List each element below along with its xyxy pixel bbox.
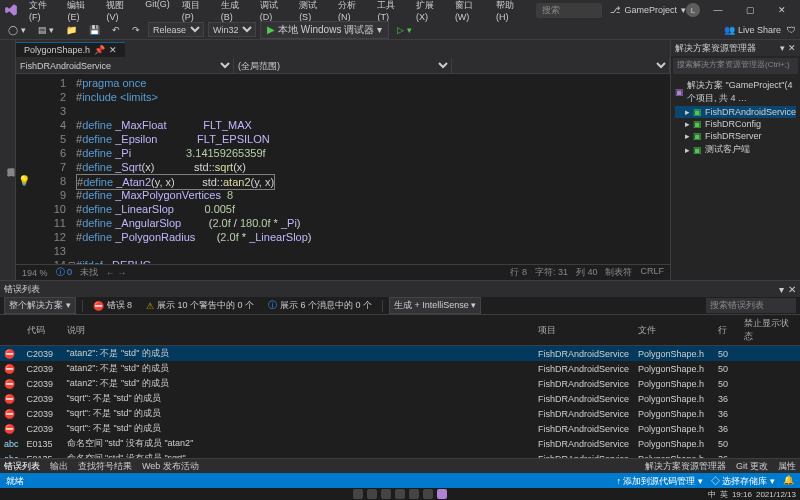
nav-member-dropdown[interactable]: [452, 58, 670, 73]
project-selector[interactable]: ⎇ GameProject ▾: [610, 5, 686, 15]
editor-tab-active[interactable]: PolygonShape.h 📌 ✕: [16, 42, 125, 57]
repo-selector-button[interactable]: ◇ 选择存储库 ▾: [711, 475, 775, 488]
user-avatar[interactable]: L: [686, 3, 700, 17]
notifications-icon[interactable]: 🔔: [783, 475, 794, 488]
bottom-tab[interactable]: Web 发布活动: [142, 460, 199, 473]
warnings-filter[interactable]: ⚠展示 10 个警告中的 0 个: [142, 298, 258, 313]
project-node[interactable]: ▸ ▣ FishDRServer: [675, 130, 796, 142]
main-area: 服务器资源管理器 PolygonShape.h 📌 ✕ FishDRAndroi…: [0, 40, 800, 280]
minimize-button[interactable]: ―: [704, 0, 732, 20]
ime-mode-icon[interactable]: 英: [720, 489, 728, 500]
editor-tabs: PolygonShape.h 📌 ✕: [16, 40, 670, 58]
solution-root[interactable]: ▣解决方案 "GameProject"(4 个项目, 共 4 …: [675, 78, 796, 106]
menu-item[interactable]: 视图(V): [101, 0, 138, 24]
status-ready: 就绪: [6, 475, 24, 488]
task-icon[interactable]: [437, 489, 447, 499]
close-button[interactable]: ✕: [768, 0, 796, 20]
liveshare-button[interactable]: 👥 Live Share: [724, 25, 781, 35]
menu-item[interactable]: 帮助(H): [491, 0, 528, 24]
menu-item[interactable]: 扩展(X): [411, 0, 448, 24]
zoom-level[interactable]: 194 %: [22, 268, 48, 278]
redo-button[interactable]: ↷: [128, 24, 144, 36]
warning-icon: ⚠: [146, 301, 154, 311]
panel-menu-icon[interactable]: ▾: [779, 284, 784, 295]
nav-scope-dropdown[interactable]: (全局范围): [234, 58, 452, 73]
task-icon[interactable]: [409, 489, 419, 499]
save-button[interactable]: 💾: [85, 24, 104, 36]
project-node[interactable]: ▸ ▣ 测试客户端: [675, 142, 796, 157]
errors-filter[interactable]: ⛔错误 8: [89, 298, 137, 313]
error-row[interactable]: ⛔C2039"sqrt": 不是 "std" 的成员FishDRAndroidS…: [0, 391, 800, 406]
info-icon: ⓘ: [268, 299, 277, 312]
error-list-panel: 错误列表 ▾ ✕ 整个解决方案 ▾ ⛔错误 8 ⚠展示 10 个警告中的 0 个…: [0, 280, 800, 466]
platform-dropdown[interactable]: Win32: [208, 22, 256, 37]
error-row[interactable]: ⛔C2039"atan2": 不是 "std" 的成员FishDRAndroid…: [0, 346, 800, 362]
menu-item[interactable]: 项目(P): [177, 0, 214, 24]
undo-button[interactable]: ↶: [108, 24, 124, 36]
ime-icon[interactable]: 中: [708, 489, 716, 500]
task-icon[interactable]: [381, 489, 391, 499]
nav-project-dropdown[interactable]: FishDRAndroidService: [16, 58, 234, 73]
task-icon[interactable]: [423, 489, 433, 499]
error-row[interactable]: abcE0135命名空间 "std" 没有成员 "atan2"FishDRAnd…: [0, 436, 800, 451]
build-filter-dropdown[interactable]: 生成 + IntelliSense ▾: [389, 297, 481, 314]
messages-filter[interactable]: ⓘ展示 6 个消息中的 0 个: [264, 298, 376, 313]
solution-search-input[interactable]: 搜索解决方案资源管理器(Ctrl+;): [673, 58, 798, 74]
error-row[interactable]: ⛔C2039"sqrt": 不是 "std" 的成员FishDRAndroidS…: [0, 406, 800, 421]
toolbar: ◯ ▾ ▤ ▾ 📁 💾 ↶ ↷ Release Win32 ▶本地 Window…: [0, 20, 800, 40]
error-row[interactable]: ⛔C2039"atan2": 不是 "std" 的成员FishDRAndroid…: [0, 361, 800, 376]
close-icon[interactable]: ✕: [109, 45, 117, 55]
open-button[interactable]: 📁: [62, 24, 81, 36]
menu-item[interactable]: 编辑(E): [62, 0, 99, 24]
menu-item[interactable]: 生成(B): [216, 0, 253, 24]
editor-status-bar: 194 % ⓘ 0 未找 ← → 行 8 字符: 31 列 40 制表符 CRL…: [16, 264, 670, 280]
error-list-toolbar: 整个解决方案 ▾ ⛔错误 8 ⚠展示 10 个警告中的 0 个 ⓘ展示 6 个消…: [0, 297, 800, 315]
pin-icon[interactable]: 📌: [94, 45, 105, 55]
start-no-debug-button[interactable]: ▷ ▾: [393, 24, 416, 36]
bottom-tab[interactable]: 解决方案资源管理器: [645, 460, 726, 473]
menu-item[interactable]: 窗口(W): [450, 0, 489, 24]
chevron-down-icon: ▾: [377, 24, 382, 35]
solution-explorer-header: 解决方案资源管理器 ▾ ✕: [671, 40, 800, 56]
error-table: 代码 说明 项目 文件 行 禁止显示状态 ⛔C2039"atan2": 不是 "…: [0, 315, 800, 466]
error-row[interactable]: ⛔C2039"atan2": 不是 "std" 的成员FishDRAndroid…: [0, 376, 800, 391]
vs-logo-icon: [4, 3, 24, 17]
system-tray[interactable]: 中 英 19:16 2021/12/13: [708, 489, 796, 500]
bottom-tab[interactable]: 属性: [778, 460, 796, 473]
code-content[interactable]: #pragma once#include <limits>#define _Ma…: [76, 74, 670, 264]
nav-back-button[interactable]: ◯ ▾: [4, 24, 30, 36]
source-control-button[interactable]: ↑ 添加到源代码管理 ▾: [616, 475, 703, 488]
left-tool-window-tab[interactable]: 服务器资源管理器: [0, 40, 16, 280]
bottom-tab[interactable]: 输出: [50, 460, 68, 473]
maximize-button[interactable]: ▢: [736, 0, 764, 20]
config-dropdown[interactable]: Release: [148, 22, 204, 37]
menu-item[interactable]: 文件(F): [24, 0, 60, 24]
bottom-tool-tabs: 错误列表输出查找符号结果Web 发布活动解决方案资源管理器Git 更改属性: [0, 458, 800, 474]
project-node[interactable]: ▸ ▣ FishDRConfig: [675, 118, 796, 130]
search-box[interactable]: 搜索: [536, 3, 602, 18]
scope-dropdown[interactable]: 整个解决方案 ▾: [4, 297, 76, 314]
windows-taskbar: 中 英 19:16 2021/12/13: [0, 488, 800, 500]
lightbulb-icon[interactable]: 💡: [18, 174, 30, 188]
menu-item[interactable]: Git(G): [140, 0, 175, 24]
issues-indicator[interactable]: ⓘ 0: [56, 266, 73, 279]
task-icon[interactable]: [395, 489, 405, 499]
solution-explorer: 解决方案资源管理器 ▾ ✕ 搜索解决方案资源管理器(Ctrl+;) ▣解决方案 …: [670, 40, 800, 280]
code-editor[interactable]: 💡 123456789101112131415 #pragma once#inc…: [16, 74, 670, 264]
navigation-bar: FishDRAndroidService (全局范围): [16, 58, 670, 74]
admin-icon: 🛡: [787, 25, 796, 35]
error-list-header: 错误列表 ▾ ✕: [0, 281, 800, 297]
branch-icon: ⎇: [610, 5, 620, 15]
bottom-tab[interactable]: 错误列表: [4, 460, 40, 473]
new-button[interactable]: ▤ ▾: [34, 24, 59, 36]
project-node[interactable]: ▸ ▣ FishDRAndroidService: [675, 106, 796, 118]
error-row[interactable]: ⛔C2039"sqrt": 不是 "std" 的成员FishDRAndroidS…: [0, 421, 800, 436]
bottom-tab[interactable]: Git 更改: [736, 460, 768, 473]
panel-menu-icon[interactable]: ▾ ✕: [780, 43, 796, 53]
error-search-input[interactable]: 搜索错误列表: [706, 298, 796, 313]
close-icon[interactable]: ✕: [788, 284, 796, 295]
start-icon[interactable]: [353, 489, 363, 499]
start-debug-button[interactable]: ▶本地 Windows 调试器▾: [260, 21, 389, 39]
bottom-tab[interactable]: 查找符号结果: [78, 460, 132, 473]
task-icon[interactable]: [367, 489, 377, 499]
